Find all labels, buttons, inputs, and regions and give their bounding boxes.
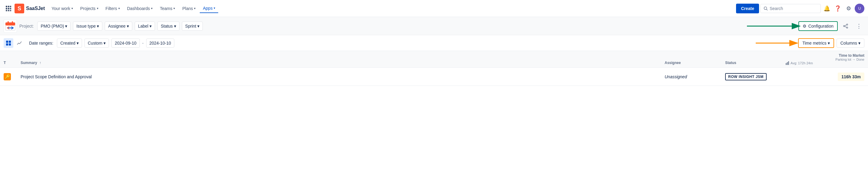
orange-arrow bbox=[753, 39, 801, 48]
col-metric-header: Time to Market Parking lot → Done Avg: 1… bbox=[786, 53, 864, 65]
chevron-down-icon: ▾ bbox=[214, 6, 215, 10]
svg-rect-7 bbox=[8, 10, 9, 11]
svg-rect-14 bbox=[5, 22, 15, 25]
nav-item-teams[interactable]: Teams ▾ bbox=[157, 4, 178, 13]
col-type-header: T bbox=[4, 61, 21, 65]
svg-rect-5 bbox=[10, 8, 11, 9]
svg-point-11 bbox=[764, 7, 767, 9]
svg-point-19 bbox=[846, 24, 848, 25]
notifications-icon[interactable]: 🔔 bbox=[822, 4, 832, 14]
chevron-down-icon: ▾ bbox=[194, 7, 195, 10]
label-filter[interactable]: Label ▾ bbox=[135, 22, 155, 31]
chevron-down-icon: ▾ bbox=[65, 24, 67, 28]
svg-rect-24 bbox=[6, 41, 8, 43]
date-ranges-label: Date ranges: bbox=[29, 41, 53, 46]
sprint-filter[interactable]: Sprint ▾ bbox=[182, 22, 203, 31]
chevron-down-icon: ▾ bbox=[151, 7, 153, 10]
chevron-down-icon: ▾ bbox=[127, 24, 129, 28]
assignee-cell: Unassigned bbox=[664, 74, 725, 79]
svg-rect-6 bbox=[6, 10, 7, 11]
nav-item-plans[interactable]: Plans ▾ bbox=[179, 4, 198, 13]
svg-rect-31 bbox=[788, 61, 789, 65]
chevron-down-icon: ▾ bbox=[118, 7, 120, 10]
chevron-down-icon: ▾ bbox=[174, 24, 176, 28]
status-badge: ROW INSIGHT JSM bbox=[725, 73, 767, 80]
nav-item-dashboards[interactable]: Dashboards ▾ bbox=[124, 4, 156, 13]
settings-icon[interactable]: ⚙ bbox=[844, 4, 854, 14]
date-from-input[interactable]: 2024-09-10 bbox=[112, 39, 140, 48]
col-summary-header[interactable]: Summary ↑ bbox=[21, 61, 664, 65]
issue-summary: Project Scope Definition and Approval bbox=[21, 74, 664, 79]
chevron-down-icon: ▾ bbox=[858, 41, 861, 46]
nav-item-filters[interactable]: Filters ▾ bbox=[102, 4, 123, 13]
bar-chart-icon bbox=[786, 61, 789, 65]
chevron-down-icon: ▾ bbox=[76, 41, 79, 46]
svg-rect-16 bbox=[12, 21, 13, 24]
svg-rect-2 bbox=[10, 6, 11, 7]
date-type-select[interactable]: Created ▾ bbox=[57, 39, 82, 48]
time-metrics-button[interactable]: Time metrics ▾ bbox=[798, 38, 834, 48]
status-cell: ROW INSIGHT JSM bbox=[725, 73, 786, 80]
logo[interactable]: S SaaSJet bbox=[14, 4, 45, 14]
svg-line-22 bbox=[845, 25, 846, 26]
help-icon[interactable]: ❓ bbox=[833, 4, 843, 14]
status-filter[interactable]: Status ▾ bbox=[157, 22, 180, 31]
svg-rect-26 bbox=[6, 43, 8, 46]
svg-line-12 bbox=[767, 9, 768, 10]
assignee-filter[interactable]: Assignee ▾ bbox=[105, 22, 132, 31]
date-separator: - bbox=[142, 41, 144, 46]
svg-rect-3 bbox=[6, 8, 7, 9]
nav-item-your-work[interactable]: Your work ▾ bbox=[49, 4, 76, 13]
chart-view-button[interactable] bbox=[14, 38, 24, 48]
svg-rect-25 bbox=[9, 41, 11, 43]
issue-type-filter[interactable]: Issue type ▾ bbox=[73, 22, 102, 31]
green-arrow bbox=[744, 20, 804, 32]
svg-rect-15 bbox=[7, 21, 9, 24]
chevron-down-icon: ▾ bbox=[174, 7, 175, 10]
search-icon bbox=[764, 6, 768, 10]
grid-view-button[interactable] bbox=[4, 38, 13, 48]
chevron-down-icon: ▾ bbox=[97, 7, 98, 10]
nav-item-apps[interactable]: Apps ▾ bbox=[200, 4, 218, 13]
svg-line-23 bbox=[845, 26, 846, 27]
view-toggle bbox=[4, 38, 24, 48]
project-label: Project: bbox=[19, 24, 34, 28]
chevron-down-icon: ▾ bbox=[150, 24, 152, 28]
date-to-input[interactable]: 2024-10-10 bbox=[146, 39, 175, 48]
svg-rect-8 bbox=[10, 10, 11, 11]
more-options-icon[interactable]: ⋮ bbox=[854, 21, 864, 31]
date-custom-select[interactable]: Custom ▾ bbox=[85, 39, 109, 48]
svg-rect-30 bbox=[787, 62, 788, 65]
search-bar[interactable]: Search bbox=[760, 4, 821, 13]
svg-rect-4 bbox=[8, 8, 9, 9]
nav-item-projects[interactable]: Projects ▾ bbox=[77, 4, 101, 13]
table-header: T Summary ↑ Assignee Status Time to Mark… bbox=[0, 51, 868, 68]
svg-rect-0 bbox=[6, 6, 7, 7]
logo-text: SaaSJet bbox=[26, 6, 45, 11]
avatar[interactable]: U bbox=[855, 4, 864, 14]
chevron-down-icon: ▾ bbox=[828, 41, 830, 46]
top-nav: S SaaSJet Your work ▾ Projects ▾ Filters… bbox=[0, 0, 868, 17]
chevron-down-icon: ▾ bbox=[71, 7, 73, 10]
project-icon bbox=[4, 19, 17, 33]
table-row[interactable]: 🔑 Project Scope Definition and Approval … bbox=[0, 68, 868, 86]
col-assignee-header: Assignee bbox=[664, 61, 725, 65]
chevron-down-icon: ▾ bbox=[97, 24, 99, 28]
columns-button[interactable]: Columns ▾ bbox=[837, 39, 864, 48]
chevron-down-icon: ▾ bbox=[197, 24, 199, 28]
share-icon[interactable] bbox=[840, 21, 851, 31]
create-button[interactable]: Create bbox=[736, 4, 759, 14]
project-select[interactable]: PMO (PMO) ▾ bbox=[37, 22, 70, 31]
issue-type-icon: 🔑 bbox=[4, 73, 21, 80]
col-status-header: Status bbox=[725, 61, 786, 65]
svg-rect-29 bbox=[786, 63, 786, 65]
grid-icon[interactable] bbox=[4, 4, 13, 14]
svg-point-20 bbox=[843, 25, 845, 27]
time-value-cell: 116h 33m bbox=[838, 73, 864, 81]
toolbar: Project: PMO (PMO) ▾ Issue type ▾ Assign… bbox=[0, 17, 868, 35]
chevron-down-icon: ▾ bbox=[103, 41, 105, 46]
svg-point-21 bbox=[846, 27, 848, 28]
svg-rect-1 bbox=[8, 6, 9, 7]
svg-rect-27 bbox=[9, 43, 11, 46]
search-placeholder: Search bbox=[770, 6, 783, 11]
